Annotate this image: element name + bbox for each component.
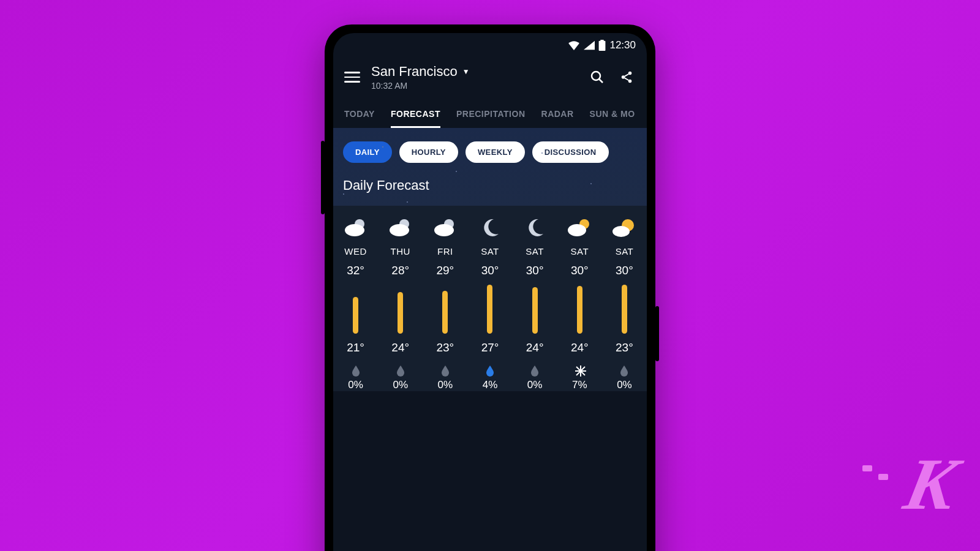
pill-daily[interactable]: DAILY [343, 141, 392, 163]
precip-value: 0% [393, 379, 408, 391]
svg-rect-0 [599, 41, 606, 51]
day-label: SAT [570, 246, 589, 257]
precip-value: 7% [572, 379, 587, 391]
precip-value: 0% [617, 379, 632, 391]
temp-low: 24° [391, 341, 409, 354]
temp-range-bar [487, 285, 492, 334]
section-title: Daily Forecast [343, 178, 637, 193]
svg-point-6 [628, 80, 632, 83]
tab-bar: TODAYFORECASTPRECIPITATIONRADARSUN & MO [333, 97, 647, 128]
temp-range-bar [353, 285, 358, 334]
signal-icon [584, 40, 595, 50]
precip-value: 0% [527, 379, 543, 391]
tab-today[interactable]: TODAY [344, 109, 375, 128]
share-icon [620, 70, 633, 84]
pill-weekly[interactable]: WEEKLY [466, 141, 525, 163]
svg-point-12 [434, 224, 454, 236]
svg-point-20 [612, 226, 630, 237]
weather-icon [387, 217, 414, 239]
pill-hourly[interactable]: HOURLY [399, 141, 458, 163]
brand-dots [862, 465, 888, 471]
temp-low: 27° [481, 341, 499, 354]
precip-icon [352, 365, 360, 375]
precip-icon [530, 365, 539, 375]
precip-value: 0% [348, 379, 363, 391]
temp-high: 29° [436, 264, 454, 277]
menu-button[interactable] [344, 69, 360, 85]
temp-low: 23° [616, 341, 633, 354]
forecast-day[interactable]: WED32°21°0% [333, 217, 378, 391]
battery-icon [598, 40, 606, 51]
temp-high: 32° [347, 264, 364, 277]
temp-range-bar [577, 285, 582, 334]
forecast-day[interactable]: SAT30°24°0% [513, 217, 557, 391]
tab-radar[interactable]: RADAR [541, 109, 574, 128]
chevron-down-icon: ▼ [462, 67, 470, 76]
forecast-day[interactable]: THU28°24°0% [378, 217, 423, 391]
precip: 0% [527, 365, 543, 391]
share-button[interactable] [617, 68, 636, 86]
status-bar: 12:30 [333, 33, 647, 54]
svg-line-3 [599, 79, 603, 83]
precip: 0% [438, 365, 453, 391]
svg-point-4 [628, 72, 632, 75]
temp-low: 24° [526, 341, 544, 354]
temp-high: 30° [481, 264, 499, 277]
brand-logo: K [897, 442, 964, 527]
tab-precipitation[interactable]: PRECIPITATION [456, 109, 526, 128]
day-label: FRI [437, 246, 453, 257]
temp-high: 30° [571, 264, 589, 277]
location-name: San Francisco [371, 64, 458, 80]
precip: 0% [617, 365, 632, 391]
precip-value: 0% [438, 379, 453, 391]
precip: 7% [572, 365, 587, 391]
phone-frame: 12:30 San Francisco ▼ 10:32 AM TODAYFORE… [325, 24, 655, 551]
weather-icon [611, 217, 638, 239]
local-time: 10:32 AM [371, 81, 577, 91]
search-button[interactable] [588, 68, 606, 86]
temp-low: 24° [571, 341, 589, 354]
temp-range-bar [622, 285, 627, 334]
precip-icon [486, 365, 494, 375]
svg-point-2 [592, 72, 600, 80]
svg-point-14 [568, 224, 586, 236]
svg-rect-1 [601, 40, 604, 42]
precip-icon [620, 365, 628, 375]
svg-point-5 [622, 75, 625, 79]
precip: 0% [393, 365, 408, 391]
app-bar: San Francisco ▼ 10:32 AM [333, 54, 647, 97]
precip-icon [396, 365, 405, 375]
precip: 4% [483, 365, 498, 391]
screen: 12:30 San Francisco ▼ 10:32 AM TODAYFORE… [333, 33, 647, 551]
temp-high: 30° [526, 264, 544, 277]
location-selector[interactable]: San Francisco ▼ 10:32 AM [371, 64, 577, 91]
forecast-day[interactable]: SAT30°24°7% [557, 217, 602, 391]
forecast-day[interactable]: FRI29°23°0% [423, 217, 467, 391]
pill-discussion[interactable]: DISCUSSION [532, 141, 609, 163]
search-icon [590, 70, 605, 84]
forecast-grid[interactable]: WED32°21°0%THU28°24°0%FRI29°23°0%SAT30°2… [333, 206, 647, 391]
weather-icon [432, 217, 459, 239]
weather-icon [477, 217, 503, 239]
tab-forecast[interactable]: FORECAST [391, 109, 440, 128]
day-label: THU [391, 246, 410, 257]
svg-point-10 [390, 224, 409, 236]
temp-low: 23° [436, 341, 454, 354]
temp-high: 28° [391, 264, 409, 277]
wifi-icon [568, 40, 580, 50]
view-pills: DAILYHOURLYWEEKLYDISCUSSION [343, 141, 637, 163]
temp-high: 30° [616, 264, 633, 277]
tab-sun-mo[interactable]: SUN & MO [590, 109, 635, 128]
weather-icon [342, 217, 369, 239]
temp-low: 21° [347, 341, 364, 354]
weather-icon [521, 217, 548, 239]
forecast-day[interactable]: SAT30°27°4% [467, 217, 512, 391]
temp-range-bar [442, 285, 448, 334]
forecast-panel: DAILYHOURLYWEEKLYDISCUSSION Daily Foreca… [333, 128, 647, 206]
precip-icon [441, 365, 450, 375]
temp-range-bar [398, 285, 403, 334]
day-label: WED [344, 246, 367, 257]
status-time: 12:30 [609, 39, 636, 51]
day-label: SAT [481, 246, 499, 257]
forecast-day[interactable]: SAT30°23°0% [602, 217, 647, 391]
